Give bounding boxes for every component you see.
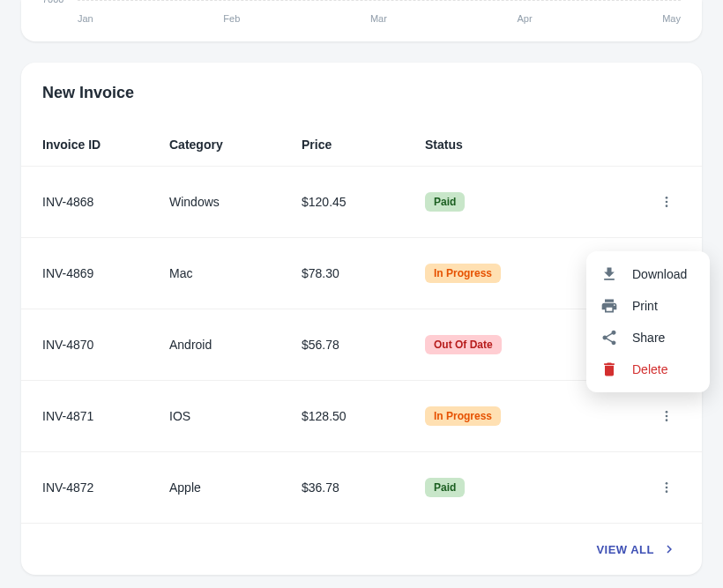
table-row: INV-4868 Windows $120.45 Paid: [21, 167, 702, 238]
cell-invoice-id: INV-4871: [21, 381, 162, 452]
col-header-category: Category: [162, 123, 294, 167]
svg-point-13: [666, 487, 668, 489]
menu-item-label: Print: [632, 299, 658, 313]
print-icon: [600, 297, 618, 315]
status-badge: In Progress: [425, 264, 501, 283]
more-vertical-icon: [660, 480, 674, 495]
card-footer: VIEW ALL: [21, 523, 702, 575]
menu-item-print[interactable]: Print: [586, 290, 710, 322]
view-all-button[interactable]: VIEW ALL: [593, 534, 681, 564]
cell-status: Paid: [418, 167, 631, 238]
chart-x-tick-label: Apr: [517, 13, 532, 24]
cell-invoice-id: INV-4872: [21, 452, 162, 524]
svg-point-11: [666, 419, 668, 421]
svg-point-2: [666, 205, 668, 207]
row-actions-button[interactable]: [652, 402, 681, 430]
status-badge: Paid: [425, 192, 465, 212]
cell-category: Mac: [162, 238, 294, 309]
svg-point-10: [666, 415, 668, 418]
menu-item-share[interactable]: Share: [586, 322, 710, 354]
chart-gridline: 7000: [78, 0, 681, 1]
chart-x-tick-label: May: [662, 13, 681, 24]
table-row: INV-4872 Apple $36.78 Paid: [21, 452, 702, 524]
download-icon: [600, 265, 618, 283]
col-header-status: Status: [418, 123, 631, 167]
share-icon: [600, 329, 618, 346]
cell-category: IOS: [162, 381, 294, 452]
row-actions-button[interactable]: [652, 188, 681, 216]
delete-icon: [600, 361, 618, 378]
svg-point-14: [666, 490, 668, 493]
chart-x-tick-label: Jan: [78, 13, 93, 24]
row-actions-button[interactable]: [652, 473, 681, 502]
more-vertical-icon: [660, 195, 674, 209]
menu-item-label: Download: [632, 267, 687, 281]
cell-category: Apple: [162, 452, 294, 524]
svg-point-1: [666, 201, 668, 204]
menu-item-download[interactable]: Download: [586, 258, 710, 290]
chart-y-tick-label: 7000: [42, 0, 63, 4]
status-badge: Paid: [425, 478, 465, 497]
status-badge: Out Of Date: [425, 335, 502, 354]
more-vertical-icon: [660, 409, 674, 423]
col-header-invoice-id: Invoice ID: [21, 123, 162, 167]
chart-x-tick-label: Feb: [223, 13, 240, 24]
cell-price: $56.78: [294, 309, 418, 381]
cell-invoice-id: INV-4869: [21, 238, 162, 309]
view-all-label: VIEW ALL: [596, 543, 654, 556]
svg-point-0: [666, 197, 668, 199]
chart-x-axis: Jan Feb Mar Apr May: [78, 13, 681, 24]
row-actions-popover: Download Print Share Delete: [586, 251, 710, 392]
cell-price: $78.30: [294, 238, 418, 309]
chart-x-tick-label: Mar: [370, 13, 387, 24]
status-badge: In Progress: [425, 406, 501, 426]
svg-point-12: [666, 482, 668, 485]
chart-area-partial: 7000 Jan Feb Mar Apr May: [21, 0, 702, 41]
cell-category: Android: [162, 309, 294, 381]
card-title: New Invoice: [21, 84, 702, 123]
cell-price: $36.78: [294, 452, 418, 524]
cell-invoice-id: INV-4868: [21, 167, 162, 238]
col-header-actions: [631, 123, 702, 167]
svg-point-9: [666, 411, 668, 413]
chevron-right-icon: [661, 541, 677, 557]
menu-item-delete[interactable]: Delete: [586, 354, 710, 385]
cell-category: Windows: [162, 167, 294, 238]
cell-price: $120.45: [294, 167, 418, 238]
menu-item-label: Delete: [632, 362, 667, 376]
cell-price: $128.50: [294, 381, 418, 452]
menu-item-label: Share: [632, 331, 665, 345]
col-header-price: Price: [294, 123, 418, 167]
cell-status: Paid: [418, 452, 631, 524]
cell-invoice-id: INV-4870: [21, 309, 162, 381]
